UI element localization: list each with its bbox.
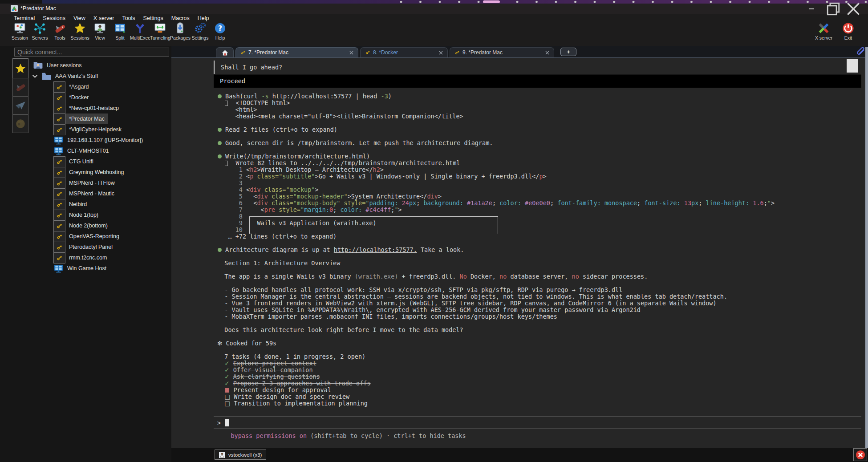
toolbar-x-server[interactable]: X server [814,22,834,41]
strip-swiss-knife[interactable] [12,78,28,97]
close-window-icon[interactable] [846,4,861,14]
toolbar-tools[interactable]: Tools [50,22,70,41]
tree-item-greyming-webhosting[interactable]: Greyming Webhosting [28,167,171,178]
paperclip-icon[interactable] [855,47,866,57]
tree-item-pterodactyl-panel[interactable]: Pterodactyl Panel [28,242,171,252]
link[interactable]: http://localhost:57577. [334,246,417,253]
rdp-icon [53,263,64,274]
toolbar-settings[interactable]: Settings [190,22,210,41]
menu-settings[interactable]: Settings [139,15,167,22]
toolbar-help[interactable]: ?Help [210,22,230,41]
tab-8-docker[interactable]: 8. *Docker [360,47,448,57]
tree-item-win-game-host[interactable]: Win Game Host [28,263,171,274]
menu-sessions[interactable]: Sessions [39,15,69,22]
tree-item-label: AAA Vantz's Stuff [55,73,98,79]
tree-item-clt-vmhost01[interactable]: CLT-VMHOST01 [28,146,171,156]
menu-view[interactable]: View [69,15,89,22]
menu-help[interactable]: Help [194,15,213,22]
menu-tools[interactable]: Tools [118,15,139,22]
toolbar-label: Tools [50,35,70,41]
tab-label: 9. *Predator Mac [462,49,503,56]
menu-macros[interactable]: Macros [167,15,194,22]
terminal-line: 1 <h2>Wraith Desktop — Architecture</h2> [217,166,864,173]
proceed-option-selected[interactable]: Proceed [214,74,861,88]
user-session-chip[interactable]: vstockwell (x3) [215,450,266,460]
tree-item-openvas-reporting[interactable]: OpenVAS-Reporting [28,231,171,242]
tree-item-node-2-bottom[interactable]: Node 2(bottom) [28,220,171,231]
toolbar-right: X serverExit [814,22,858,41]
toolbar-multiexec[interactable]: MultiExec [130,22,150,41]
key-icon [53,103,65,114]
tree-item-netbird[interactable]: Netbird [28,199,171,210]
tab-7-predator-mac[interactable]: 7. *Predator Mac [235,47,358,57]
user-folder-icon [33,61,43,69]
terminal-line [217,120,864,126]
tree-item-predator-mac[interactable]: *Predator Mac [28,113,171,124]
tree-item-docker[interactable]: *Docker [28,92,171,103]
prompt-input-row[interactable]: > [214,417,861,429]
rdp-icon [53,135,64,146]
terminal-scrollbar-thumb[interactable] [847,59,858,73]
tree-item-aaa-vantz-s-stuff[interactable]: AAA Vantz's Stuff [28,71,171,81]
toolbar-view[interactable]: View [90,22,110,41]
terminal-tabs: 7. *Predator Mac8. *Docker9. *Predator M… [235,47,556,57]
close-tab-icon[interactable] [545,51,549,55]
toolbar-split[interactable]: Split [110,22,130,41]
strip-paper-plane[interactable] [12,96,28,115]
terminal-line: - Vue 3 frontend renders in WebView2 wit… [217,300,864,307]
toolbar-session[interactable]: Session [10,22,30,41]
toolbar-tunneling[interactable]: Tunneling [150,22,170,41]
tree-item-vigilcyber-helpdesk[interactable]: *VigilCyber-Helpdesk [28,124,171,135]
tree-item-node-1-top[interactable]: Node 1(top) [28,210,171,220]
terminal-line: Wrote 82 lines to ../../../../tmp/brains… [217,160,864,166]
close-tab-icon[interactable] [439,51,443,55]
tab-9-predator-mac[interactable]: 9. *Predator Mac [450,47,554,57]
tree-item-192-168-1-107-ups-monitor[interactable]: 192.168.1.107 ([UPS-Monitor]) [28,135,171,146]
link[interactable]: http://localhost:57577 [272,93,352,100]
tree-item-mspnerd-itflow[interactable]: MSPNerd - ITFlow [28,178,171,188]
toolbar-packages[interactable]: Packages [170,22,190,41]
tab-bar: 7. *Predator Mac8. *Docker9. *Predator M… [171,46,868,58]
tree-item-label: OpenVAS-Reporting [69,233,119,239]
terminal-line: 6 <div class="mockup-body" style="paddin… [217,200,864,207]
menu-x-server[interactable]: X server [89,15,118,22]
home-tab[interactable] [216,47,234,57]
session-tree: User sessionsAAA Vantz's Stuff*Asgard*Do… [28,60,171,274]
multiexec-icon [134,22,146,35]
toolbar-exit[interactable]: Exit [838,22,858,41]
tree-item-mspnerd-mautic[interactable]: MSPNerd - Mautic [28,188,171,199]
tools-icon [53,22,66,35]
tree-item-label: *Predator Mac [69,116,105,122]
tree-item-user-sessions[interactable]: User sessions [28,60,171,71]
menu-terminal[interactable]: Terminal [10,15,39,22]
strip-star[interactable] [12,58,28,78]
tree-item-ctg-unifi[interactable]: CTG Unifi [28,156,171,167]
minimize-icon[interactable] [804,4,819,14]
view-icon [93,22,106,35]
tofu-icon [225,101,228,106]
terminal-line: Bash(curl -s http://localhost:57577 | he… [217,93,864,100]
maximize-icon[interactable] [826,4,841,14]
toolbar-label: MultiExec [130,35,150,41]
tree-item-label: *VigilCyber-Helpdesk [69,126,122,133]
new-tab-button[interactable]: + [560,48,576,56]
toolbar-sessions[interactable]: Sessions [70,22,90,41]
terminal-line: - Go backend handles all protocol work: … [217,287,864,293]
dot-icon [218,128,222,132]
close-tab-icon[interactable] [349,51,353,55]
tree-item-asgard[interactable]: *Asgard [28,81,171,92]
dot-icon [218,248,222,252]
tree-item-new-cp01-heistacp[interactable]: *New-cp01-heistacp [28,103,171,113]
terminal-line: - MobaXTerm importer parses .mobaconf IN… [217,313,864,320]
tree-item-label: CTG Unifi [69,158,93,165]
toolbar-servers[interactable]: Servers [30,22,50,41]
terminal[interactable]: Shall I go ahead? Proceed Bash(curl -s h… [171,58,868,448]
tab-label: 8. *Docker [373,49,398,56]
tree-item-rmm-t2cnc-com[interactable]: rmm.t2cnc.com [28,252,171,263]
strip-globe[interactable] [12,114,28,133]
terminal-line: 3 [217,180,864,186]
quick-connect-input[interactable] [14,48,169,57]
terminate-session-button[interactable] [853,448,867,461]
mobaxterm-app-icon [11,5,18,12]
ssh-key-icon [240,50,246,55]
